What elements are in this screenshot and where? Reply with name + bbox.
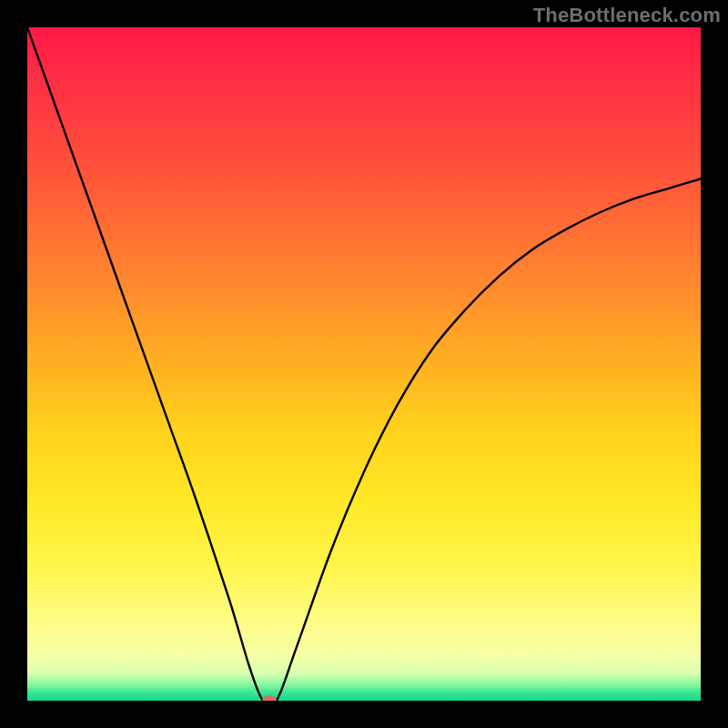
chart-frame: TheBottleneck.com — [0, 0, 728, 728]
plot-area — [27, 27, 701, 701]
curve-svg — [27, 27, 701, 701]
watermark-text: TheBottleneck.com — [533, 4, 721, 27]
optimum-marker — [262, 695, 277, 701]
bottleneck-curve-path — [27, 27, 701, 701]
